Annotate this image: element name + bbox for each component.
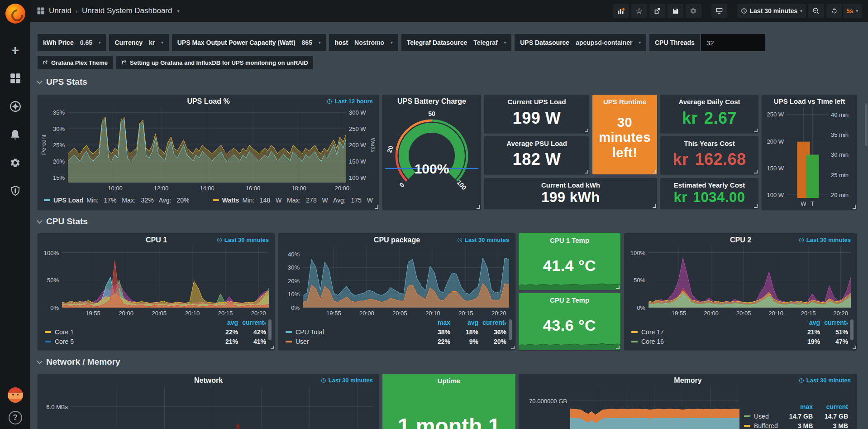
legend-scrollbar[interactable]	[509, 319, 512, 340]
panel-resize-handle[interactable]	[616, 285, 620, 289]
network-plot[interactable]	[71, 386, 373, 429]
panel-resize-handle[interactable]	[585, 170, 588, 174]
user-avatar[interactable]	[8, 387, 23, 403]
ups-bars-plot[interactable]	[787, 107, 828, 198]
cpu2-plot[interactable]	[649, 246, 851, 308]
panel-time-override[interactable]: Last 30 minutes	[217, 236, 269, 243]
time-range-picker[interactable]: Last 30 minutes ▾	[737, 4, 806, 18]
panel-resize-handle[interactable]	[585, 129, 588, 132]
legend-series[interactable]: Used	[744, 413, 777, 420]
title-caret-icon[interactable]: ▾	[177, 9, 179, 14]
grafana-logo-icon[interactable]	[5, 4, 25, 24]
legend-header-avg[interactable]: avg	[450, 319, 478, 326]
help-icon[interactable]: ?	[9, 411, 22, 424]
legend-series[interactable]: Core 16	[631, 338, 792, 345]
legend-series[interactable]: CPU Total	[286, 328, 422, 336]
panel-resize-handle[interactable]	[271, 346, 274, 349]
variable-telegraf-datasource[interactable]: Telegraf Datasource Telegraf ▾	[401, 34, 512, 51]
zoom-out-button[interactable]	[808, 4, 824, 18]
panel-resize-handle[interactable]	[653, 170, 656, 174]
page-scrollbar-thumb[interactable]	[865, 103, 868, 146]
cycle-view-monitor-button[interactable]	[711, 4, 727, 18]
panel-title[interactable]: Average Daily Cost	[678, 98, 740, 106]
section-network-memory[interactable]: Network / Memory	[38, 357, 120, 367]
link-ups-monitoring-guide[interactable]: Setting up Grafana and InfluxDB for UPS …	[116, 56, 313, 69]
configuration-gear-icon[interactable]	[6, 154, 24, 172]
panel-time-override[interactable]: Last 30 minutes	[799, 377, 851, 384]
panel-title[interactable]: Estimated Yearly Cost	[674, 181, 745, 189]
legend-header-current[interactable]: current	[813, 403, 848, 410]
dashboard-settings-button[interactable]	[686, 4, 701, 18]
panel-resize-handle[interactable]	[853, 346, 856, 349]
panel-title[interactable]: This Years Cost	[684, 140, 734, 147]
share-button[interactable]	[649, 4, 665, 18]
legend-series[interactable]: Core 1	[45, 328, 210, 336]
variable-ups-max-output[interactable]: UPS Max Output Power Capacity (Watt) 865…	[172, 34, 326, 51]
panel-title[interactable]: CPU 1 Temp	[550, 236, 589, 244]
cpu1-plot[interactable]	[62, 246, 269, 308]
panel-title[interactable]: Current UPS Load	[507, 98, 566, 106]
panel-resize-handle[interactable]	[616, 346, 620, 349]
star-button[interactable]: ☆	[631, 4, 647, 18]
panel-title[interactable]: Uptime	[438, 377, 461, 385]
refresh-interval-picker[interactable]: 5s ▾	[843, 4, 862, 18]
add-panel-button[interactable]	[613, 4, 629, 18]
panel-resize-handle[interactable]	[653, 204, 656, 208]
cpu-package-plot[interactable]	[303, 246, 509, 308]
legend-header-avg[interactable]: avg	[792, 319, 820, 326]
variable-kwh-price[interactable]: kWh Price 0.65 ▾	[38, 34, 106, 51]
legend-header-current[interactable]: current▾	[238, 319, 266, 326]
panel-title[interactable]: UPS Battery Charge	[382, 97, 481, 106]
memory-plot[interactable]	[570, 386, 739, 429]
ups-load-plot[interactable]	[68, 107, 346, 183]
add-icon[interactable]: +	[6, 41, 24, 59]
refresh-button[interactable]	[826, 4, 842, 18]
panel-resize-handle[interactable]	[477, 205, 480, 209]
variable-ups-datasource[interactable]: UPS Datasource apcupsd-container ▾	[515, 34, 646, 51]
legend-scrollbar[interactable]	[850, 319, 854, 340]
server-admin-shield-icon[interactable]	[6, 182, 24, 200]
panel-title[interactable]: Current Load kWh	[541, 181, 600, 189]
legend-series[interactable]: User	[286, 338, 422, 345]
save-button[interactable]	[668, 4, 683, 18]
panel-resize-handle[interactable]	[375, 205, 378, 209]
panel-network-graph: Network Last 30 minutes 6.0 MBs4.0 MBs2.…	[38, 374, 379, 429]
panel-title[interactable]: Average PSU Load	[506, 140, 567, 147]
cpu-threads-input[interactable]	[701, 34, 765, 51]
legend-header-avg[interactable]: avg	[210, 319, 238, 326]
panel-time-override[interactable]: Last 30 minutes	[799, 236, 851, 243]
link-grafana-plex-theme[interactable]: Grafana Plex Theme	[38, 56, 113, 69]
panel-resize-handle[interactable]	[853, 205, 856, 209]
panel-resize-handle[interactable]	[511, 346, 515, 349]
dashboard-grid-icon[interactable]	[37, 7, 45, 15]
panel-title[interactable]: UPS Load vs Time left	[764, 97, 854, 105]
panel-time-override[interactable]: Last 30 minutes	[321, 377, 373, 384]
panel-resize-handle[interactable]	[754, 129, 758, 132]
panel-resize-handle[interactable]	[754, 204, 758, 208]
variable-currency[interactable]: Currency kr ▾	[109, 34, 168, 51]
panel-title[interactable]: CPU 2 Temp	[550, 296, 589, 304]
legend-header-current[interactable]: current▾	[820, 319, 848, 326]
legend-series-ups-load[interactable]: UPS Load Min: 17% Max: 32% Avg: 20%	[44, 197, 189, 204]
legend-header-current[interactable]: current▾	[478, 319, 506, 326]
legend-scrollbar[interactable]	[268, 319, 272, 340]
variable-host[interactable]: host Nostromo ▾	[329, 34, 398, 51]
legend-series[interactable]: Buffered	[744, 422, 778, 429]
dashboard-title[interactable]: Unraid System Dashboard	[82, 6, 172, 15]
dashboards-icon[interactable]	[6, 69, 24, 87]
section-ups-stats[interactable]: UPS Stats	[38, 77, 87, 87]
legend-series-watts[interactable]: Watts Min: 148 W Max: 278 W Avg: 175 W	[213, 197, 373, 204]
panel-time-override[interactable]: Last 12 hours	[327, 98, 373, 105]
legend-header-max[interactable]: max	[777, 403, 813, 410]
breadcrumb-group[interactable]: Unraid	[49, 6, 72, 15]
explore-compass-icon[interactable]	[6, 97, 24, 116]
legend-series[interactable]: Core 17	[631, 328, 792, 336]
panel-title[interactable]: UPS Runtime	[603, 98, 646, 106]
panel-resize-handle[interactable]	[754, 170, 758, 174]
alerting-bell-icon[interactable]	[6, 125, 24, 144]
legend-series[interactable]: Core 5	[45, 338, 210, 345]
legend-header-max[interactable]: max	[422, 319, 450, 326]
panel-time-override[interactable]: Last 30 minutes	[457, 236, 509, 243]
panel-title[interactable]: UPS Load %	[40, 97, 377, 106]
section-cpu-stats[interactable]: CPU Stats	[38, 217, 88, 227]
